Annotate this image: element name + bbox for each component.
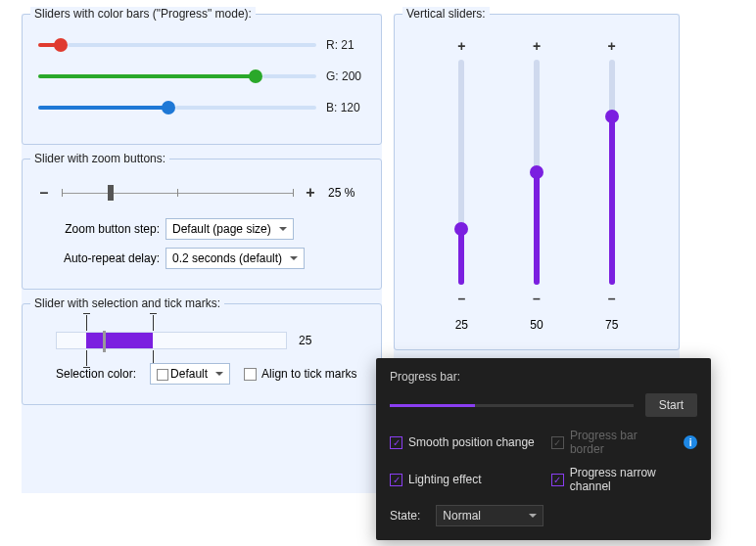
lighting-effect-checkbox[interactable]: ✓ Lighting effect (390, 473, 536, 486)
tick-slider-value: 25 (299, 334, 311, 347)
progress-border-checkbox[interactable]: ✓ Progress bar border i (551, 429, 697, 456)
vslider-value: 50 (530, 318, 543, 332)
group-title: Slider with selection and tick marks: (30, 296, 224, 310)
zoom-slider-thumb[interactable] (108, 185, 114, 201)
vslider-minus-button[interactable]: – (457, 291, 465, 306)
start-button[interactable]: Start (645, 393, 697, 417)
color-slider[interactable] (38, 101, 316, 114)
vslider-plus-button[interactable]: + (457, 38, 465, 54)
smooth-position-checkbox[interactable]: ✓ Smooth position change (390, 435, 536, 449)
slider-thumb[interactable] (249, 69, 262, 83)
color-slider-value: G: 200 (326, 69, 365, 83)
align-tickmarks-checkbox[interactable]: Align to tick marks (244, 367, 356, 381)
vslider-plus-button[interactable]: + (533, 38, 541, 54)
slider-thumb[interactable] (605, 110, 619, 123)
progress-bar-panel: Progress bar: Start ✓ Smooth position ch… (376, 358, 711, 540)
progress-bar-title: Progress bar: (390, 370, 697, 384)
vertical-slider[interactable] (458, 60, 464, 285)
zoom-out-button[interactable]: – (36, 184, 52, 202)
state-label: State: (390, 509, 420, 523)
auto-repeat-combo[interactable]: 0.2 seconds (default) (165, 248, 305, 269)
slider-thumb[interactable] (54, 38, 68, 52)
narrow-channel-checkbox[interactable]: ✓ Progress narrow channel (551, 466, 697, 493)
vertical-slider[interactable] (534, 60, 540, 285)
info-icon[interactable]: i (684, 435, 697, 449)
zoom-step-combo[interactable]: Default (page size) (165, 218, 294, 240)
group-title: Sliders with color bars ("Progress" mode… (30, 7, 256, 21)
checkbox-icon: ✓ (390, 474, 402, 486)
selection-color-combo[interactable]: Default (150, 363, 230, 385)
zoom-in-button[interactable]: + (303, 184, 318, 202)
color-slider[interactable] (38, 69, 316, 83)
progress-bar (390, 404, 634, 407)
vertical-slider[interactable] (609, 60, 615, 285)
zoom-value: 25 % (328, 186, 367, 200)
vslider-value: 25 (455, 318, 468, 332)
zoom-step-label: Zoom button step: (62, 222, 160, 236)
selection-color-label: Selection color: (56, 367, 136, 381)
color-slider[interactable] (38, 38, 316, 52)
tick-slider-thumb[interactable] (103, 331, 106, 352)
slider-thumb[interactable] (162, 101, 175, 114)
group-zoom-slider: Slider with zoom buttons: – + 25 % Zoom … (22, 159, 382, 290)
vslider-minus-button[interactable]: – (533, 291, 541, 306)
auto-repeat-label: Auto-repeat delay: (62, 251, 160, 265)
color-slider-value: B: 120 (326, 101, 365, 114)
slider-thumb[interactable] (530, 165, 543, 179)
group-vertical-sliders: Vertical sliders: +–25+–50+–75 (394, 14, 680, 350)
checkbox-icon: ✓ (551, 474, 564, 486)
group-tick-slider: Slider with selection and tick marks: 25… (22, 303, 382, 405)
vslider-value: 75 (605, 318, 618, 332)
group-title: Slider with zoom buttons: (30, 152, 169, 165)
vslider-plus-button[interactable]: + (608, 38, 616, 54)
state-combo[interactable]: Normal (436, 505, 543, 526)
checkbox-icon: ✓ (551, 436, 564, 449)
group-title: Vertical sliders: (402, 7, 490, 21)
slider-thumb[interactable] (454, 222, 468, 236)
zoom-slider[interactable] (62, 183, 293, 203)
vslider-minus-button[interactable]: – (608, 291, 616, 306)
color-slider-value: R: 21 (326, 38, 365, 52)
tick-slider[interactable] (56, 332, 287, 349)
checkbox-icon (244, 368, 257, 381)
checkbox-icon: ✓ (390, 436, 402, 449)
group-color-sliders: Sliders with color bars ("Progress" mode… (22, 14, 382, 145)
